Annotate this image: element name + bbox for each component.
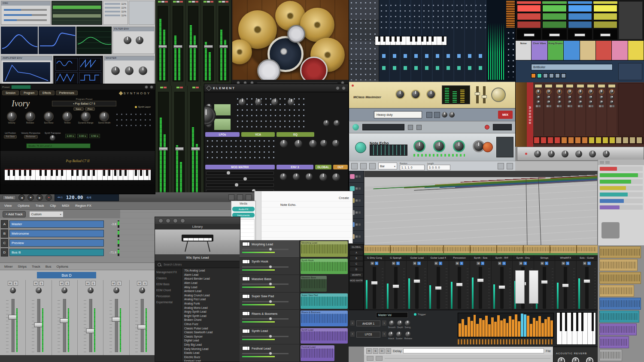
morph-fader[interactable] bbox=[515, 270, 525, 304]
solo-button[interactable] bbox=[580, 105, 583, 107]
group-fader[interactable] bbox=[549, 33, 560, 36]
level-knob[interactable] bbox=[600, 96, 603, 99]
menu-item[interactable]: MIDI bbox=[62, 204, 69, 208]
redrum-channel[interactable] bbox=[544, 83, 555, 136]
console-strip[interactable] bbox=[201, 0, 216, 86]
channel-strip[interactable]: Synth - R/F M S bbox=[492, 255, 513, 310]
chip[interactable] bbox=[367, 356, 374, 361]
quantize-dropdown[interactable]: Bar▾ bbox=[378, 163, 397, 169]
strip-button[interactable] bbox=[180, 87, 183, 88]
sidebar-label[interactable]: MORPH bbox=[350, 273, 363, 277]
gb-region-clip[interactable]: Risers & Boomers bbox=[301, 311, 348, 326]
mixer-tab[interactable]: Options bbox=[57, 265, 69, 268]
console-strip[interactable] bbox=[216, 0, 231, 86]
limit-slider[interactable] bbox=[483, 86, 486, 103]
toolbar-icon[interactable] bbox=[173, 218, 178, 223]
solo-button[interactable]: S bbox=[439, 262, 442, 265]
titlebar-button[interactable] bbox=[336, 86, 340, 90]
slider[interactable] bbox=[4, 9, 47, 11]
menu-item[interactable]: Region FX bbox=[75, 204, 91, 208]
mute-button[interactable]: M bbox=[33, 281, 38, 286]
out-knob[interactable] bbox=[319, 173, 327, 181]
slider[interactable] bbox=[4, 19, 47, 21]
mod-source-row[interactable]: ‹ LFO3 › Attack Scatter Release bbox=[350, 332, 457, 340]
mute-button[interactable] bbox=[355, 211, 358, 214]
ivory-knob[interactable]: Velocity bbox=[4, 112, 19, 124]
group-fader[interactable] bbox=[524, 33, 535, 36]
mute-button[interactable]: M bbox=[583, 262, 586, 265]
play-button[interactable]: ▶ bbox=[36, 194, 43, 201]
mute-button[interactable] bbox=[610, 105, 612, 107]
titlebar-button[interactable] bbox=[145, 85, 148, 89]
step-bar[interactable] bbox=[533, 318, 535, 337]
menu-item[interactable]: View bbox=[4, 204, 12, 208]
snare-drum[interactable] bbox=[257, 59, 280, 82]
library-patch[interactable]: Alien Lead bbox=[182, 281, 240, 285]
gb-track-header[interactable]: Synth Lead bbox=[240, 327, 299, 345]
redrum-channel[interactable] bbox=[575, 83, 586, 136]
reverb-knob[interactable] bbox=[572, 357, 579, 362]
tone-knob[interactable] bbox=[568, 100, 571, 104]
wave-tile[interactable] bbox=[79, 72, 101, 85]
rack-device[interactable]: Kong Drums bbox=[548, 41, 564, 60]
record-led[interactable] bbox=[485, 125, 489, 130]
level-knob[interactable] bbox=[589, 96, 592, 99]
tone-knob[interactable] bbox=[537, 100, 540, 104]
gain-knob[interactable] bbox=[411, 90, 420, 99]
library-patch[interactable]: Analog Fizz Lead bbox=[182, 297, 240, 302]
tool-button[interactable] bbox=[498, 163, 504, 169]
mute-button[interactable]: M bbox=[8, 281, 12, 286]
solo-button[interactable]: S bbox=[545, 262, 548, 265]
fader-cap[interactable] bbox=[175, 147, 184, 151]
mixer-strip[interactable]: M S bbox=[0, 280, 26, 356]
pitch-knob[interactable] bbox=[546, 89, 551, 94]
pitch-knob[interactable] bbox=[536, 89, 541, 94]
mini-clip[interactable] bbox=[600, 193, 628, 196]
tone-knob[interactable] bbox=[558, 100, 561, 104]
menu-item[interactable]: Track bbox=[36, 204, 44, 208]
channel-strip[interactable]: G Spanglt M S bbox=[385, 255, 406, 310]
library-patch[interactable]: Electric Buzz bbox=[182, 355, 240, 359]
combi-button[interactable] bbox=[434, 112, 440, 118]
fader-cap[interactable] bbox=[112, 317, 120, 322]
fader-cap[interactable] bbox=[219, 45, 228, 48]
device-knob[interactable] bbox=[548, 151, 555, 157]
step-bar[interactable] bbox=[530, 324, 532, 337]
rack-device[interactable] bbox=[580, 41, 596, 60]
fader-cap[interactable] bbox=[435, 286, 442, 290]
mute-button[interactable]: M bbox=[562, 262, 565, 265]
step-bar[interactable] bbox=[506, 323, 509, 337]
mute-button[interactable] bbox=[355, 175, 358, 178]
reverb-knob[interactable] bbox=[558, 357, 565, 362]
gb-region-clip[interactable]: Super Saw Pad bbox=[301, 293, 348, 309]
solo-button[interactable]: S bbox=[566, 262, 569, 265]
gb-region-clip[interactable]: Synth Hook bbox=[301, 259, 348, 275]
next-arrow-icon[interactable]: › bbox=[382, 320, 386, 326]
level-knob[interactable] bbox=[547, 96, 550, 99]
add-track-button[interactable]: + Add Track bbox=[3, 211, 26, 217]
library-patch[interactable]: Citrus Fuzz bbox=[182, 322, 240, 326]
mute-button[interactable] bbox=[547, 105, 549, 107]
mixer-tab[interactable]: Track bbox=[32, 265, 40, 268]
step-bar[interactable] bbox=[459, 323, 461, 337]
redrum-channel[interactable] bbox=[586, 83, 597, 136]
library-patch[interactable]: Digital Lead bbox=[182, 338, 240, 343]
mute-button[interactable]: M bbox=[392, 262, 395, 265]
toolbar-icon[interactable] bbox=[166, 218, 170, 223]
library-patch[interactable]: Classic Syncer bbox=[182, 335, 240, 339]
ivory-knob[interactable]: Stereo Width bbox=[97, 112, 112, 124]
device-knob[interactable] bbox=[562, 151, 568, 157]
group-fader[interactable] bbox=[600, 33, 611, 36]
pad[interactable] bbox=[593, 5, 617, 12]
pad[interactable] bbox=[568, 13, 592, 20]
header-chip[interactable] bbox=[605, 161, 610, 164]
sidebar-label[interactable]: A bbox=[350, 250, 363, 255]
step-bar[interactable] bbox=[465, 325, 467, 337]
output-knob[interactable] bbox=[491, 87, 506, 102]
step-bar[interactable] bbox=[515, 314, 517, 337]
fx-knob[interactable] bbox=[125, 66, 134, 75]
limit-slider[interactable] bbox=[476, 86, 479, 103]
pad[interactable] bbox=[517, 13, 541, 20]
mute-button[interactable]: M bbox=[59, 281, 64, 286]
strip-button[interactable] bbox=[207, 1, 210, 3]
